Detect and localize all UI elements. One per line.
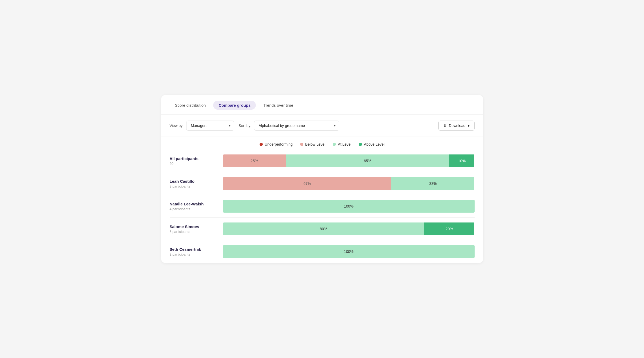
row-count: 20 — [170, 162, 218, 166]
view-by-label: View by: — [170, 124, 184, 128]
legend: Underperforming Below Level At Level Abo… — [161, 137, 483, 150]
legend-underperforming: Underperforming — [260, 142, 293, 146]
download-icon: ⬇ — [443, 124, 447, 128]
bar-segment-at-level: 80% — [223, 222, 424, 235]
bar-container: 100% — [223, 200, 475, 213]
at-level-dot — [333, 143, 336, 146]
row-name: Leah Castillo — [170, 179, 218, 184]
chart-row: Leah Castillo3 participants67%33% — [170, 172, 475, 195]
bar-segment-at-level: 33% — [391, 177, 474, 190]
bar-segment-at-level: 100% — [223, 200, 475, 213]
chart-section: All participants2025%65%10%Leah Castillo… — [161, 150, 483, 263]
download-chevron-icon: ▾ — [468, 124, 470, 128]
legend-below-level: Below Level — [300, 142, 325, 146]
row-label: Salome Simoes5 participants — [170, 224, 223, 234]
bar-container: 80%20% — [223, 222, 475, 235]
controls-bar: View by: Managers Departments Teams ▾ So… — [161, 115, 483, 137]
above-level-dot — [359, 143, 362, 146]
bar-container: 100% — [223, 245, 475, 258]
tab-bar: Score distribution Compare groups Trends… — [161, 95, 483, 115]
bar-container: 25%65%10% — [223, 154, 475, 167]
row-count: 5 participants — [170, 230, 218, 234]
bar-segment-above-level: 20% — [424, 222, 475, 235]
sort-by-label: Sort by: — [238, 124, 251, 128]
tab-compare-groups[interactable]: Compare groups — [213, 101, 256, 110]
underperforming-label: Underperforming — [265, 142, 293, 146]
row-label: Natalie Lee-Walsh4 participants — [170, 202, 223, 211]
row-name: All participants — [170, 156, 218, 161]
row-count: 3 participants — [170, 184, 218, 188]
tab-trends-over-time[interactable]: Trends over time — [258, 101, 299, 110]
row-count: 4 participants — [170, 207, 218, 211]
bar-segment-above-level: 10% — [449, 154, 474, 167]
view-by-select[interactable]: Managers Departments Teams — [186, 121, 234, 131]
chart-row: Salome Simoes5 participants80%20% — [170, 218, 475, 240]
chart-row: Seth Cesmertnik2 participants100% — [170, 240, 475, 263]
view-by-group: View by: Managers Departments Teams ▾ — [170, 121, 234, 131]
bar-segment-at-level: 100% — [223, 245, 475, 258]
below-level-label: Below Level — [305, 142, 325, 146]
row-name: Seth Cesmertnik — [170, 247, 218, 252]
sort-by-select-wrapper: Alphabetical by group name By score (hig… — [254, 121, 339, 131]
row-label: Leah Castillo3 participants — [170, 179, 223, 188]
tab-score-distribution[interactable]: Score distribution — [170, 101, 211, 110]
above-level-label: Above Level — [364, 142, 384, 146]
below-level-dot — [300, 143, 303, 146]
legend-at-level: At Level — [333, 142, 351, 146]
row-count: 2 participants — [170, 252, 218, 256]
download-label: Download — [449, 124, 465, 128]
underperforming-dot — [260, 143, 263, 146]
download-button[interactable]: ⬇ Download ▾ — [438, 121, 474, 131]
legend-above-level: Above Level — [359, 142, 384, 146]
row-label: All participants20 — [170, 156, 223, 166]
row-name: Natalie Lee-Walsh — [170, 202, 218, 206]
row-label: Seth Cesmertnik2 participants — [170, 247, 223, 256]
chart-row: Natalie Lee-Walsh4 participants100% — [170, 195, 475, 218]
main-card: Score distribution Compare groups Trends… — [161, 95, 483, 263]
row-name: Salome Simoes — [170, 224, 218, 229]
sort-by-group: Sort by: Alphabetical by group name By s… — [238, 121, 339, 131]
chart-row: All participants2025%65%10% — [170, 150, 475, 172]
bar-segment-below-level: 25% — [223, 154, 286, 167]
at-level-label: At Level — [338, 142, 351, 146]
view-by-select-wrapper: Managers Departments Teams ▾ — [186, 121, 234, 131]
bar-container: 67%33% — [223, 177, 475, 190]
bar-segment-below-level: 67% — [223, 177, 392, 190]
bar-segment-at-level: 65% — [286, 154, 449, 167]
sort-by-select[interactable]: Alphabetical by group name By score (hig… — [254, 121, 339, 131]
